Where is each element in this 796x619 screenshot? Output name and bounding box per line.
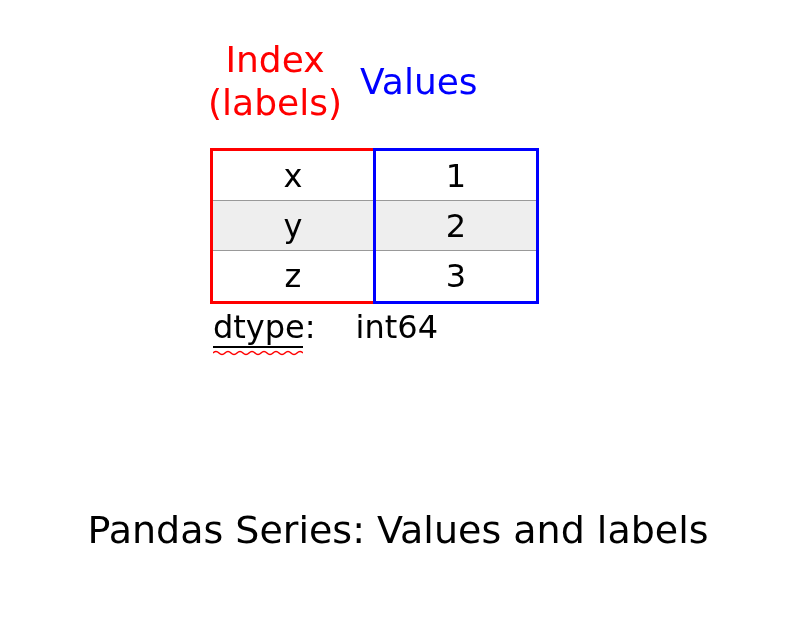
values-header: Values [360,61,478,102]
series-table: x y z 1 2 3 [210,148,539,304]
values-column: 1 2 3 [373,148,539,304]
index-header: Index (labels) [200,38,350,124]
index-header-line1: Index [200,38,350,81]
value-cell: 2 [376,201,536,251]
column-headers: Index (labels) Values [200,38,478,124]
figure-caption: Pandas Series: Values and labels [0,508,796,552]
index-cell: z [213,251,373,301]
dtype-label-text: dtype: [213,308,316,346]
index-cell: x [213,151,373,201]
underline-decoration [213,346,303,348]
value-cell: 3 [376,251,536,301]
index-cell: y [213,201,373,251]
index-header-line2: (labels) [200,81,350,124]
dtype-row: dtype: int64 [213,308,438,346]
spellcheck-squiggle-icon [213,350,303,356]
dtype-label: dtype: [213,308,316,346]
index-column: x y z [210,148,376,304]
dtype-value: int64 [356,308,438,346]
value-cell: 1 [376,151,536,201]
